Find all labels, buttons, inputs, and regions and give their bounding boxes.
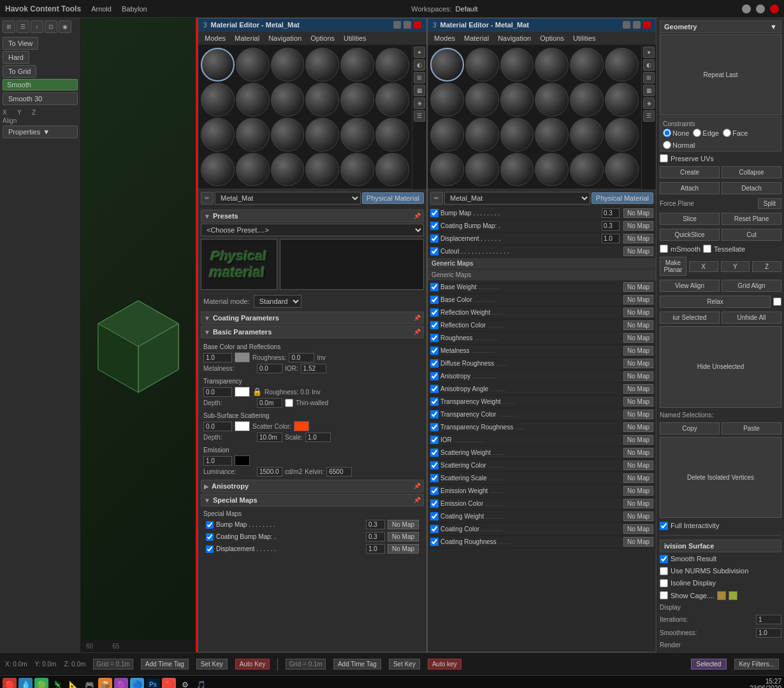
map-displacement-val-right[interactable] — [602, 234, 620, 243]
map-item-cb-12[interactable] — [430, 436, 439, 444]
smooth-30-button[interactable]: Smooth 30 — [3, 92, 78, 105]
presets-section-header[interactable]: ▼ Presets 📌 — [201, 210, 424, 222]
sphere-r18[interactable] — [430, 153, 464, 187]
thin-walled-cb[interactable] — [285, 399, 293, 407]
toolbar-icon-2[interactable]: ☰ — [17, 20, 29, 33]
copy-button[interactable]: Copy — [660, 422, 720, 434]
map-item-cb-5[interactable] — [430, 347, 439, 355]
use-nurms-cb[interactable] — [660, 567, 668, 575]
mat-menu-options-right[interactable]: Options — [536, 33, 568, 43]
sphere-3[interactable] — [305, 48, 339, 82]
full-interactivity-cb[interactable] — [660, 522, 668, 530]
set-key-left[interactable]: Set Key — [196, 659, 228, 670]
sphere-r10[interactable] — [570, 83, 604, 117]
emission-spinbox[interactable] — [203, 456, 232, 466]
sphere-19[interactable] — [236, 153, 270, 187]
taskbar-icon-9[interactable]: 🔵 — [130, 678, 144, 689]
sphere-r22[interactable] — [570, 153, 604, 187]
map-bump-btn-right[interactable]: No Map — [623, 208, 653, 218]
cage-color-1[interactable] — [717, 591, 726, 600]
add-time-tag-right[interactable]: Add Time Tag — [333, 659, 381, 670]
sphere-r16[interactable] — [570, 118, 604, 152]
displacement-button[interactable]: No Map — [388, 544, 419, 554]
map-item-btn-17[interactable]: No Map — [623, 499, 653, 508]
sss-depth-spinbox[interactable] — [257, 433, 282, 442]
map-item-cb-6[interactable] — [430, 359, 439, 368]
map-item-cb-2[interactable] — [430, 308, 439, 317]
sphere-14[interactable] — [271, 118, 305, 152]
bump-map-value[interactable] — [366, 520, 385, 529]
sphere-r-side-1[interactable]: ● — [643, 47, 655, 58]
smooth-button[interactable]: Smooth — [3, 79, 78, 90]
map-item-cb-4[interactable] — [430, 334, 439, 342]
luminance-spinbox[interactable] — [257, 467, 282, 477]
sphere-side-2[interactable]: ◐ — [414, 59, 425, 71]
close-button[interactable] — [770, 4, 779, 13]
mode-select[interactable]: Standard — [254, 295, 301, 308]
mat-name-dropdown-right[interactable]: Metal_Mat — [444, 192, 590, 204]
toolbar-icon-1[interactable]: ⊞ — [3, 20, 15, 33]
show-cage-cb[interactable] — [660, 591, 668, 599]
cage-color-2[interactable] — [729, 591, 737, 600]
mat-editor-right-close[interactable] — [643, 21, 651, 29]
bump-map-cb[interactable] — [206, 521, 214, 529]
hide-unselected-button[interactable]: Hide Unselected — [660, 326, 781, 407]
sphere-side-3[interactable]: ⊞ — [414, 72, 425, 83]
map-item-cb-17[interactable] — [430, 499, 439, 508]
relax-cb[interactable] — [773, 297, 781, 306]
bump-map-button[interactable]: No Map — [388, 520, 419, 529]
displacement-cb[interactable] — [206, 545, 214, 553]
toolbar-icon-5[interactable]: ◉ — [59, 20, 71, 33]
map-item-cb-16[interactable] — [430, 487, 439, 495]
map-coating-bump-cb-right[interactable] — [430, 222, 439, 230]
base-value-spinbox[interactable] — [203, 353, 232, 362]
relax-button[interactable]: Relax — [660, 296, 771, 308]
reset-plane-button[interactable]: Reset Plane — [722, 213, 781, 225]
map-item-cb-14[interactable] — [430, 461, 439, 469]
sss-spinbox[interactable] — [203, 422, 232, 431]
mat-menu-navigation-left[interactable]: Navigation — [265, 33, 305, 43]
set-key-right[interactable]: Set Key — [389, 659, 420, 670]
edge-option[interactable]: Edge — [693, 129, 719, 137]
metalness-spinbox[interactable] — [257, 364, 282, 373]
sphere-side-1[interactable]: ● — [414, 47, 425, 58]
map-bump-cb-right[interactable] — [430, 209, 439, 217]
paste-button[interactable]: Paste — [722, 422, 781, 434]
properties-button[interactable]: Properties ▼ — [3, 125, 78, 138]
mat-menu-modes-right[interactable]: Modes — [430, 33, 459, 43]
mat-editor-right-min[interactable] — [623, 21, 630, 29]
map-item-cb-18[interactable] — [430, 512, 439, 520]
auto-key-right[interactable]: Auto key — [428, 659, 461, 670]
sphere-18[interactable] — [201, 153, 235, 187]
sphere-4[interactable] — [340, 48, 374, 82]
add-time-tag-left[interactable]: Add Time Tag — [141, 659, 189, 670]
map-bump-val-right[interactable] — [602, 208, 620, 218]
taskbar-icon-8[interactable]: 🟣 — [114, 678, 128, 689]
sphere-r-side-3[interactable]: ⊞ — [643, 72, 655, 83]
smoothness-spinbox[interactable] — [756, 628, 781, 638]
map-item-btn-9[interactable]: No Map — [623, 397, 653, 406]
map-displacement-cb-right[interactable] — [430, 234, 439, 243]
sphere-10[interactable] — [340, 83, 374, 117]
view-align-button[interactable]: View Align — [660, 280, 720, 292]
map-item-btn-20[interactable]: No Map — [623, 537, 653, 547]
transparency-spinbox[interactable] — [203, 387, 232, 397]
sphere-r12[interactable] — [430, 118, 464, 152]
tb-pencil-right[interactable]: ✏ — [430, 192, 443, 204]
taskbar-icon-11[interactable]: ⚙ — [178, 678, 192, 689]
attach-button[interactable]: Attach — [660, 182, 720, 194]
sphere-2[interactable] — [271, 48, 305, 82]
map-coating-bump-btn-right[interactable]: No Map — [623, 221, 653, 231]
map-item-btn-12[interactable]: No Map — [623, 435, 653, 445]
normal-option[interactable]: Normal — [663, 141, 695, 149]
create-button[interactable]: Create — [660, 166, 720, 178]
depth-spinbox[interactable] — [257, 398, 282, 408]
transparency-color[interactable] — [235, 387, 250, 397]
mat-editor-left-close[interactable] — [414, 21, 421, 29]
xyz-x-button[interactable]: X — [689, 261, 718, 272]
sphere-r8[interactable] — [500, 83, 534, 117]
grid-align-button[interactable]: Grid Align — [722, 280, 781, 292]
sphere-8[interactable] — [271, 83, 305, 117]
displacement-value[interactable] — [366, 544, 385, 554]
sphere-r17[interactable] — [605, 118, 639, 152]
